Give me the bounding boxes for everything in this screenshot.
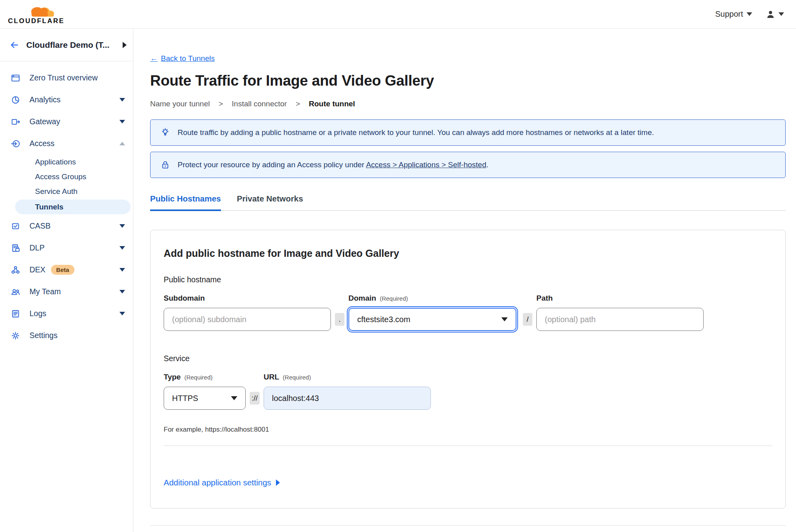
logs-icon bbox=[10, 309, 21, 319]
sidebar-item-label: Access bbox=[29, 139, 55, 148]
back-link-label: Back to Tunnels bbox=[161, 54, 215, 63]
chevron-down-icon bbox=[778, 12, 784, 16]
lightbulb-icon bbox=[160, 127, 170, 138]
sidebar-item-dlp[interactable]: DLP bbox=[0, 237, 133, 259]
tab-private-networks[interactable]: Private Networks bbox=[237, 194, 303, 210]
sidebar-item-applications[interactable]: Applications bbox=[0, 155, 133, 169]
sidebar-item-access-groups[interactable]: Access Groups bbox=[0, 169, 133, 184]
tip-banner: Route traffic by adding a public hostnam… bbox=[150, 119, 786, 146]
chevron-right-icon[interactable] bbox=[123, 42, 127, 48]
hostname-field-row: Subdomain . Domain (Required) cftestsite… bbox=[164, 294, 772, 331]
protect-banner-text: Protect your resource by adding an Acces… bbox=[178, 160, 489, 169]
sidebar-item-label: Tunnels bbox=[35, 203, 63, 211]
lock-icon bbox=[160, 160, 170, 170]
chevron-up-icon[interactable] bbox=[119, 142, 125, 145]
public-hostname-card: Add public hostname for Image and Video … bbox=[150, 230, 786, 509]
sidebar-item-zero-trust-overview[interactable]: Zero Trust overview bbox=[0, 67, 133, 89]
breadcrumb-separator: > bbox=[295, 100, 300, 108]
analytics-icon bbox=[10, 95, 21, 105]
brand-wordmark: CLOUDFLARE bbox=[8, 18, 65, 24]
user-menu[interactable] bbox=[766, 10, 784, 19]
access-applications-link[interactable]: Access > Applications > Self-hosted bbox=[366, 160, 486, 169]
gear-icon bbox=[10, 331, 21, 341]
top-bar: CLOUDFLARE Support bbox=[0, 0, 796, 29]
sidebar-nav: Zero Trust overview Analytics Gateway A bbox=[0, 61, 133, 346]
subdomain-input[interactable] bbox=[164, 308, 331, 331]
subdomain-label: Subdomain bbox=[164, 294, 205, 303]
tab-public-hostnames[interactable]: Public Hostnames bbox=[150, 194, 221, 211]
sidebar-item-label: Gateway bbox=[29, 117, 60, 126]
chevron-down-icon[interactable] bbox=[119, 268, 125, 272]
chevron-right-icon bbox=[276, 479, 280, 486]
back-to-tunnels-link[interactable]: ← Back to Tunnels bbox=[150, 54, 215, 63]
breadcrumb-step-route-tunnel: Route tunnel bbox=[309, 100, 355, 108]
tab-bar: Public Hostnames Private Networks bbox=[150, 194, 786, 211]
sidebar-item-label: CASB bbox=[29, 221, 51, 231]
account-switcher[interactable]: Cloudflare Demo (T... bbox=[0, 29, 133, 61]
access-icon bbox=[10, 139, 21, 149]
card-heading: Add public hostname for Image and Video … bbox=[164, 248, 772, 259]
slash-separator: / bbox=[523, 313, 532, 326]
support-menu[interactable]: Support bbox=[715, 10, 752, 19]
chevron-down-icon bbox=[231, 396, 237, 400]
overview-icon bbox=[10, 73, 21, 83]
sidebar-item-analytics[interactable]: Analytics bbox=[0, 89, 133, 111]
breadcrumb: Name your tunnel > Install connector > R… bbox=[150, 100, 786, 108]
chevron-down-icon[interactable] bbox=[119, 290, 125, 293]
breadcrumb-step-name-tunnel[interactable]: Name your tunnel bbox=[150, 100, 210, 108]
account-name: Cloudflare Demo (T... bbox=[26, 40, 123, 50]
url-required-label: (Required) bbox=[283, 374, 311, 381]
page-title: Route Traffic for Image and Video Galler… bbox=[150, 72, 786, 89]
sidebar-item-label: Applications bbox=[35, 158, 76, 166]
type-required-label: (Required) bbox=[184, 374, 213, 381]
beta-badge: Beta bbox=[51, 265, 74, 275]
sidebar-item-service-auth[interactable]: Service Auth bbox=[0, 184, 133, 199]
back-arrow-icon[interactable] bbox=[10, 40, 19, 50]
support-label: Support bbox=[715, 10, 743, 19]
footer-divider bbox=[150, 525, 786, 526]
additional-settings-label: Additional application settings bbox=[164, 478, 271, 487]
dex-icon bbox=[10, 265, 21, 275]
card-divider bbox=[164, 446, 772, 446]
sidebar-item-dex[interactable]: DEX Beta bbox=[0, 259, 133, 281]
casb-icon bbox=[10, 221, 21, 231]
gateway-icon bbox=[10, 117, 21, 127]
sidebar-item-label: DEX bbox=[29, 265, 45, 274]
sidebar-item-casb[interactable]: CASB bbox=[0, 215, 133, 237]
sidebar-item-label: Zero Trust overview bbox=[29, 73, 98, 82]
sidebar-item-my-team[interactable]: My Team bbox=[0, 281, 133, 303]
service-type-select[interactable]: HTTPS bbox=[164, 387, 246, 410]
service-type-value: HTTPS bbox=[172, 394, 198, 403]
dot-separator: . bbox=[335, 313, 344, 326]
url-example-text: For example, https://localhost:8001 bbox=[164, 426, 772, 434]
sidebar-item-tunnels[interactable]: Tunnels bbox=[15, 200, 131, 214]
service-url-input[interactable] bbox=[264, 387, 431, 410]
sidebar-item-settings[interactable]: Settings bbox=[0, 325, 133, 346]
chevron-down-icon[interactable] bbox=[119, 120, 125, 123]
domain-select[interactable]: cftestsite3.com bbox=[348, 308, 516, 331]
cloudflare-logo: CLOUDFLARE bbox=[8, 4, 68, 24]
dlp-icon bbox=[10, 243, 21, 253]
sidebar-item-access[interactable]: Access bbox=[0, 133, 133, 155]
sidebar-item-logs[interactable]: Logs bbox=[0, 303, 133, 325]
url-label: URL bbox=[264, 373, 279, 381]
chevron-down-icon[interactable] bbox=[119, 312, 125, 315]
team-icon bbox=[10, 287, 21, 297]
chevron-down-icon[interactable] bbox=[119, 246, 125, 250]
scheme-separator: :// bbox=[250, 392, 260, 405]
breadcrumb-separator: > bbox=[219, 100, 223, 108]
service-section: Service Type (Required) HTTPS :// URL bbox=[164, 354, 772, 434]
access-subnav: Applications Access Groups Service Auth … bbox=[0, 155, 133, 214]
sidebar-item-label: Settings bbox=[29, 331, 57, 340]
chevron-down-icon bbox=[747, 12, 752, 16]
tip-banner-text: Route traffic by adding a public hostnam… bbox=[178, 128, 654, 137]
sidebar-item-gateway[interactable]: Gateway bbox=[0, 111, 133, 133]
breadcrumb-step-install-connector[interactable]: Install connector bbox=[232, 100, 287, 108]
sidebar-item-label: Logs bbox=[29, 309, 46, 318]
user-icon bbox=[766, 10, 775, 19]
path-input[interactable] bbox=[536, 308, 704, 331]
domain-label: Domain bbox=[348, 294, 376, 303]
chevron-down-icon[interactable] bbox=[119, 98, 125, 102]
additional-settings-toggle[interactable]: Additional application settings bbox=[164, 478, 280, 487]
chevron-down-icon[interactable] bbox=[119, 224, 125, 228]
